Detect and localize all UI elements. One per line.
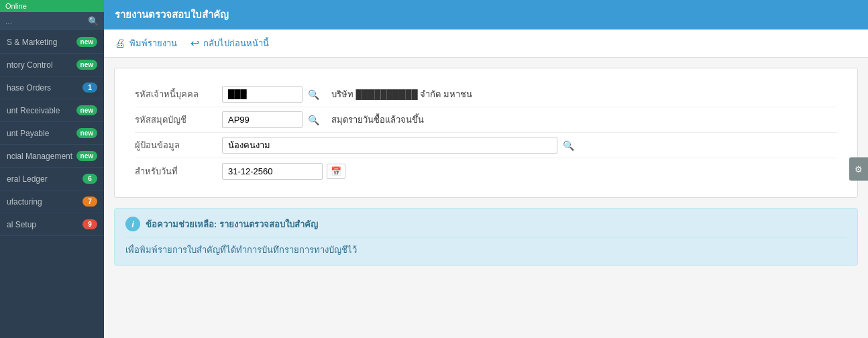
sidebar-item-accounts-receivable[interactable]: unt Receivable new bbox=[0, 99, 104, 122]
sidebar-item-label: ncial Management bbox=[7, 152, 76, 161]
sidebar-search-input[interactable] bbox=[5, 17, 88, 26]
book-code-value-text: สมุดรายวันซื้อแล้วจนขึ้น bbox=[331, 113, 424, 127]
form-row-date: สำหรับวันที่ 📅 bbox=[135, 158, 837, 184]
form-row-book-code: รหัสสมุดบัญชี 🔍 สมุดรายวันซื้อแล้วจนขึ้น bbox=[135, 107, 837, 133]
info-box-body: เพื่อพิมพ์รายการใบสำคัญที่ได้ทำการบันทึก… bbox=[125, 243, 847, 257]
sidebar-item-general-setup[interactable]: al Setup 9 bbox=[0, 213, 104, 236]
field-data-entry: 🔍 bbox=[222, 134, 837, 156]
sidebar-item-badge: new bbox=[76, 128, 97, 138]
sidebar-search-container: 🔍 bbox=[0, 12, 104, 31]
sidebar-item-badge: 7 bbox=[83, 196, 97, 207]
sidebar-search-icon: 🔍 bbox=[88, 16, 99, 26]
person-code-value-text: บริษัท ██████████ จำกัด มหาชน bbox=[331, 87, 472, 101]
toolbar: 🖨 พิมพ์รายงาน ↩ กลับไปก่อนหน้านี้ bbox=[104, 30, 868, 58]
online-status: Online bbox=[0, 0, 104, 12]
label-person-code: รหัสเจ้าหนี้บุคคล bbox=[135, 83, 222, 105]
input-data-entry[interactable] bbox=[222, 137, 557, 154]
field-book-code: 🔍 สมุดรายวันซื้อแล้วจนขึ้น bbox=[222, 109, 837, 131]
sidebar-item-label: hase Orders bbox=[7, 83, 83, 93]
input-person-code[interactable] bbox=[222, 86, 303, 103]
sidebar-item-label: al Setup bbox=[7, 220, 83, 229]
sidebar-item-badge: new bbox=[76, 105, 97, 115]
sidebar-item-inventory-control[interactable]: ntory Control new bbox=[0, 54, 104, 76]
page-title: รายงานตรวจสอบใบสำคัญ bbox=[115, 9, 229, 20]
calendar-button[interactable]: 📅 bbox=[327, 164, 345, 179]
form-row-data-entry: ผู้ป้อนข้อมูล 🔍 bbox=[135, 133, 837, 158]
sidebar-item-accounts-payable[interactable]: unt Payable new bbox=[0, 122, 104, 145]
sidebar: Online 🔍 S & Marketing new ntory Control… bbox=[0, 0, 104, 338]
main-scroll-area: 🖨 พิมพ์รายงาน ↩ กลับไปก่อนหน้านี้ รหัสเจ… bbox=[104, 30, 868, 338]
sidebar-item-sales-marketing[interactable]: S & Marketing new bbox=[0, 31, 104, 54]
sidebar-item-label: ntory Control bbox=[7, 60, 76, 70]
info-box-header: i ข้อความช่วยเหลือ: รายงานตรวจสอบใบสำคัญ bbox=[125, 217, 847, 231]
search-book-code-button[interactable]: 🔍 bbox=[307, 113, 321, 127]
info-box: i ข้อความช่วยเหลือ: รายงานตรวจสอบใบสำคัญ… bbox=[114, 208, 858, 266]
label-book-code: รหัสสมุดบัญชี bbox=[135, 109, 222, 131]
sidebar-item-badge: 6 bbox=[83, 174, 97, 184]
sidebar-item-general-ledger[interactable]: eral Ledger 6 bbox=[0, 168, 104, 190]
input-date[interactable] bbox=[222, 163, 323, 180]
field-date: 📅 bbox=[222, 160, 837, 182]
sidebar-item-badge: 1 bbox=[83, 82, 97, 93]
sidebar-item-badge: new bbox=[76, 37, 97, 47]
back-icon: ↩ bbox=[191, 37, 199, 50]
sidebar-item-badge: new bbox=[76, 60, 97, 70]
input-book-code[interactable] bbox=[222, 111, 303, 128]
form-row-person-code: รหัสเจ้าหนี้บุคคล 🔍 บริษัท ██████████ จำ… bbox=[135, 82, 837, 107]
sidebar-item-badge: new bbox=[76, 151, 97, 161]
info-icon: i bbox=[125, 217, 140, 231]
sidebar-item-purchase-orders[interactable]: hase Orders 1 bbox=[0, 76, 104, 99]
search-data-entry-button[interactable]: 🔍 bbox=[561, 139, 576, 152]
label-date: สำหรับวันที่ bbox=[135, 160, 222, 182]
back-label: กลับไปก่อนหน้านี้ bbox=[203, 36, 269, 50]
back-button[interactable]: ↩ กลับไปก่อนหน้านี้ bbox=[191, 36, 269, 50]
gear-icon: ⚙ bbox=[855, 164, 863, 174]
sidebar-item-label: eral Ledger bbox=[7, 174, 83, 184]
page-header: รายงานตรวจสอบใบสำคัญ bbox=[104, 0, 868, 30]
sidebar-item-label: unt Payable bbox=[7, 129, 76, 138]
sidebar-item-label: ufacturing bbox=[7, 197, 83, 207]
field-person-code: 🔍 บริษัท ██████████ จำกัด มหาชน bbox=[222, 83, 837, 105]
info-divider bbox=[125, 237, 847, 237]
sidebar-item-manufacturing[interactable]: ufacturing 7 bbox=[0, 190, 104, 213]
sidebar-item-financial-management[interactable]: ncial Management new bbox=[0, 145, 104, 168]
label-data-entry: ผู้ป้อนข้อมูล bbox=[135, 134, 222, 156]
main-content-area: รายงานตรวจสอบใบสำคัญ 🖨 พิมพ์รายงาน ↩ กลั… bbox=[104, 0, 868, 338]
print-label: พิมพ์รายงาน bbox=[129, 36, 177, 50]
sidebar-item-label: S & Marketing bbox=[7, 38, 76, 47]
print-button[interactable]: 🖨 พิมพ์รายงาน bbox=[115, 36, 177, 50]
sidebar-item-label: unt Receivable bbox=[7, 106, 76, 115]
settings-panel[interactable]: ⚙ bbox=[849, 158, 868, 181]
form-container: รหัสเจ้าหนี้บุคคล 🔍 บริษัท ██████████ จำ… bbox=[114, 68, 858, 198]
info-box-title: ข้อความช่วยเหลือ: รายงานตรวจสอบใบสำคัญ bbox=[146, 217, 318, 231]
sidebar-item-badge: 9 bbox=[83, 219, 97, 229]
print-icon: 🖨 bbox=[115, 38, 125, 50]
search-person-code-button[interactable]: 🔍 bbox=[307, 88, 321, 101]
